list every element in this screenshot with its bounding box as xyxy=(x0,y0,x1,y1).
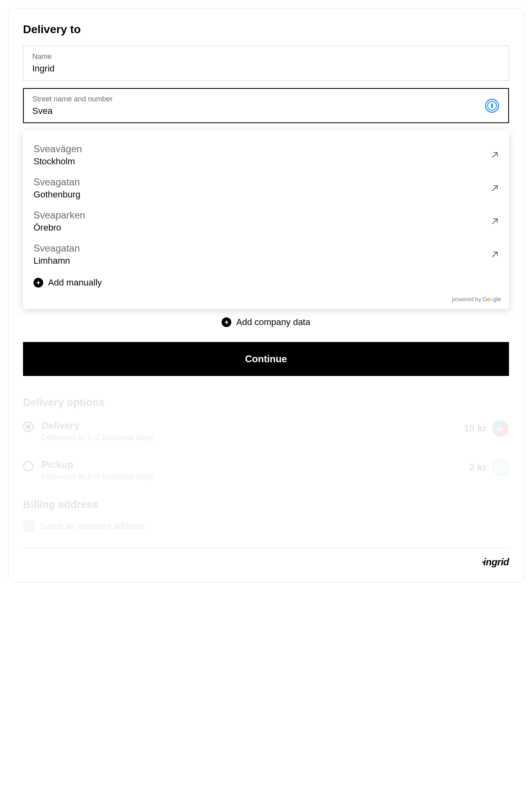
password-manager-icon[interactable] xyxy=(485,99,499,113)
google-logo: Google xyxy=(483,296,501,302)
insert-arrow-icon[interactable] xyxy=(491,151,498,159)
ingrid-logo: ingrid xyxy=(482,556,509,567)
plus-icon: + xyxy=(34,278,43,288)
suggestion-street: Sveavägen xyxy=(34,143,82,155)
name-input-group[interactable]: Name xyxy=(23,46,509,81)
add-company-label: Add company data xyxy=(236,317,310,327)
option-title: Delivery xyxy=(42,420,456,431)
option-subtitle: Delivered in 1–2 business days xyxy=(42,472,461,481)
plus-icon: + xyxy=(222,317,231,327)
add-manually-label: Add manually xyxy=(48,277,102,288)
suggestion-street: Sveagatan xyxy=(34,176,80,188)
address-autocomplete-dropdown: Sveavägen Stockholm Sveagatan Gothenburg… xyxy=(23,130,509,309)
delivery-options-section: Delivery options Delivery Delivered in 1… xyxy=(23,396,509,532)
svg-rect-2 xyxy=(491,103,493,108)
same-address-checkbox-row[interactable]: Same as recipient address xyxy=(23,521,509,532)
option-price: 2 kr xyxy=(469,462,486,473)
suggestion-street: Sveaparken xyxy=(34,210,85,221)
insert-arrow-icon[interactable] xyxy=(491,251,498,258)
option-subtitle: Delivered in 1–2 business days xyxy=(42,433,456,442)
street-input[interactable] xyxy=(32,106,500,116)
suggestion-city: Gothenburg xyxy=(34,189,80,200)
street-input-group[interactable]: Street name and number xyxy=(23,88,509,123)
name-input[interactable] xyxy=(32,63,500,74)
checkbox-checked[interactable] xyxy=(23,521,34,532)
insert-arrow-icon[interactable] xyxy=(491,218,498,225)
billing-title: Billing address xyxy=(23,498,509,511)
checkout-panel: Delivery to Name Street name and number … xyxy=(8,8,524,583)
option-title: Pickup xyxy=(42,459,461,470)
suggestion-city: Stockholm xyxy=(34,156,82,167)
carrier-icon-pickup xyxy=(492,459,509,476)
delivery-to-title: Delivery to xyxy=(23,23,509,36)
carrier-icon-postnord xyxy=(492,420,509,437)
suggestion-item[interactable]: Sveagatan Gothenburg xyxy=(23,172,509,205)
footer: ingrid xyxy=(23,548,509,568)
radio-unselected[interactable] xyxy=(23,461,34,471)
suggestion-item[interactable]: Sveaparken Örebro xyxy=(23,205,509,238)
continue-button[interactable]: Continue xyxy=(23,342,509,376)
suggestion-city: Limhamn xyxy=(34,256,80,266)
delivery-option[interactable]: Pickup Delivered in 1–2 business days 2 … xyxy=(23,459,509,481)
add-manually-button[interactable]: + Add manually xyxy=(23,271,509,291)
add-company-button[interactable]: + Add company data xyxy=(23,317,509,327)
option-price: 10 kr xyxy=(464,423,486,434)
name-label: Name xyxy=(32,52,500,61)
same-address-label: Same as recipient address xyxy=(40,521,145,531)
suggestion-item[interactable]: Sveagatan Limhamn xyxy=(23,238,509,271)
suggestion-item[interactable]: Sveavägen Stockholm xyxy=(23,139,509,172)
delivery-options-title: Delivery options xyxy=(23,396,509,409)
powered-by-google: powered by Google xyxy=(23,291,509,304)
street-label: Street name and number xyxy=(32,95,500,103)
delivery-option[interactable]: Delivery Delivered in 1–2 business days … xyxy=(23,420,509,442)
suggestion-city: Örebro xyxy=(34,222,85,233)
suggestion-street: Sveagatan xyxy=(34,243,80,254)
insert-arrow-icon[interactable] xyxy=(491,185,498,192)
radio-selected[interactable] xyxy=(23,422,34,432)
